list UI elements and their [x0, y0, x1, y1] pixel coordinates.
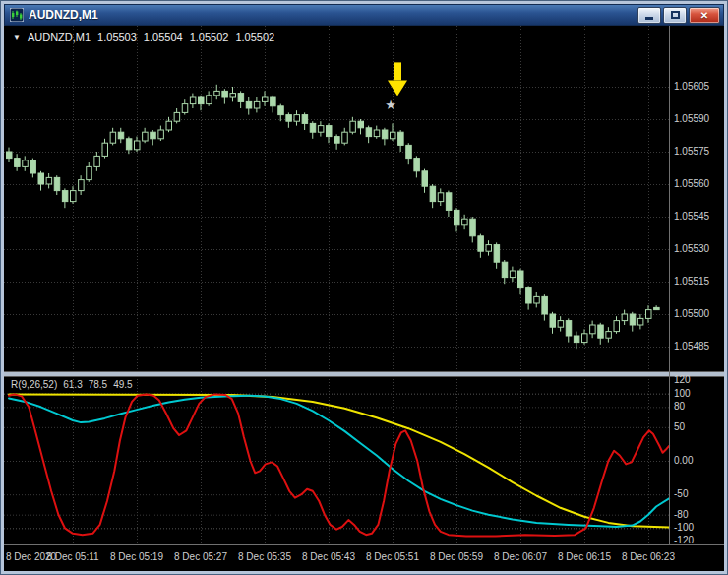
star-icon: ★	[385, 97, 396, 112]
indicator-value-1: 61.3	[63, 379, 82, 390]
window-controls: ✕	[637, 7, 720, 24]
candle-body	[246, 101, 252, 108]
candle-body	[366, 128, 372, 137]
chart-window-icon	[10, 8, 24, 22]
indicator-value-2: 78.5	[89, 379, 107, 390]
candle-body	[606, 332, 612, 339]
candle-body	[46, 177, 52, 184]
price-axis-label: 1.05500	[674, 308, 710, 319]
candle-body	[374, 130, 380, 137]
candle-body	[310, 123, 316, 132]
indicator-axis-label: -50	[674, 488, 689, 499]
price-axis-label: 1.05605	[674, 81, 710, 92]
chart-region[interactable]: ★1.056051.055901.055751.055601.055451.05…	[4, 26, 724, 571]
candle-body	[518, 271, 524, 288]
candle-body	[590, 325, 596, 334]
candle-body	[271, 97, 276, 106]
quote-collapse-icon[interactable]: ▼	[13, 33, 21, 42]
sell-arrow-icon	[394, 62, 401, 80]
candle-body	[350, 121, 356, 132]
candle-body	[254, 101, 260, 108]
time-axis-label: 8 Dec 05:51	[366, 551, 419, 562]
candle-body	[470, 219, 476, 236]
candle-body	[446, 193, 452, 211]
indicator-axis-label: -100	[674, 522, 694, 533]
maximize-button[interactable]	[663, 7, 687, 24]
minimize-icon	[645, 17, 653, 20]
candle-body	[158, 130, 164, 139]
quote-low: 1.05502	[190, 32, 229, 43]
price-axis-label: 1.05485	[674, 341, 710, 351]
candle-body	[62, 191, 68, 202]
candle-body	[414, 159, 420, 171]
indicator-axis-label: 80	[674, 401, 686, 412]
candle-body	[550, 314, 556, 327]
candle-body	[455, 210, 460, 224]
candle-body	[166, 121, 172, 130]
quote-close: 1.05502	[235, 32, 274, 43]
sell-arrow-icon	[388, 80, 407, 96]
indicator-axis-label: -120	[674, 535, 694, 545]
candle-body	[398, 132, 404, 145]
candle-body	[462, 219, 468, 225]
candle-body	[486, 245, 492, 252]
time-axis-label: 8 Dec 06:15	[558, 551, 611, 562]
candle-body	[278, 106, 284, 115]
window-title: AUDNZD,M1	[29, 8, 637, 22]
candle-body	[534, 296, 540, 303]
candle-body	[286, 115, 292, 122]
time-axis-label: 8 Dec 05:27	[174, 551, 227, 562]
candle-body	[7, 152, 13, 159]
candle-body	[263, 97, 269, 101]
indicator-value-3: 49.5	[113, 379, 132, 390]
candle-body	[238, 94, 244, 102]
candle-body	[478, 236, 484, 251]
minimize-button[interactable]	[637, 7, 661, 24]
candle-body	[294, 115, 300, 122]
indicator-name: R(9,26,52)	[11, 379, 57, 390]
candle-body	[422, 171, 428, 186]
candle-body	[38, 173, 44, 184]
candle-body	[574, 336, 579, 343]
candle-body	[151, 132, 156, 139]
candle-body	[79, 180, 85, 191]
candle-body	[582, 334, 588, 343]
candle-body	[102, 143, 108, 156]
chart-canvas[interactable]: ★1.056051.055901.055751.055601.055451.05…	[4, 26, 724, 571]
candle-body	[526, 288, 532, 303]
time-axis-label: 8 Dec 05:35	[238, 551, 291, 562]
candle-body	[71, 191, 77, 202]
candle-body	[207, 96, 212, 104]
candle-body	[23, 160, 29, 167]
candle-body	[654, 307, 660, 309]
panel-splitter[interactable]	[4, 372, 724, 376]
candle-body	[342, 132, 348, 143]
chart-window: AUDNZD,M1 ✕ ★1.056051.055901.055751.0556…	[0, 0, 728, 575]
titlebar[interactable]: AUDNZD,M1 ✕	[4, 4, 724, 26]
quote-open: 1.05503	[97, 32, 137, 43]
price-axis-label: 1.05560	[674, 178, 710, 189]
candle-body	[174, 112, 180, 121]
time-axis-label: 8 Dec 05:11	[46, 551, 99, 562]
candle-body	[438, 193, 444, 202]
candle-body	[143, 132, 149, 141]
candle-body	[542, 296, 548, 314]
time-axis-label: 8 Dec 06:07	[494, 551, 547, 562]
candle-body	[302, 115, 308, 124]
candle-body	[334, 137, 340, 144]
candle-body	[630, 314, 636, 325]
candle-body	[87, 166, 92, 179]
maximize-icon	[671, 11, 680, 19]
price-axis-label: 1.05530	[674, 243, 710, 254]
candle-body	[182, 104, 188, 113]
candle-body	[222, 91, 228, 97]
close-button[interactable]: ✕	[689, 7, 720, 24]
candle-body	[230, 94, 236, 97]
candle-body	[135, 141, 141, 150]
candle-body	[566, 321, 572, 336]
price-axis-label: 1.05545	[674, 211, 710, 222]
indicator-axis-label: -80	[674, 509, 689, 520]
price-axis-label: 1.05515	[674, 276, 710, 287]
candle-body	[558, 321, 564, 328]
indicator-axis-label: 120	[674, 374, 691, 385]
